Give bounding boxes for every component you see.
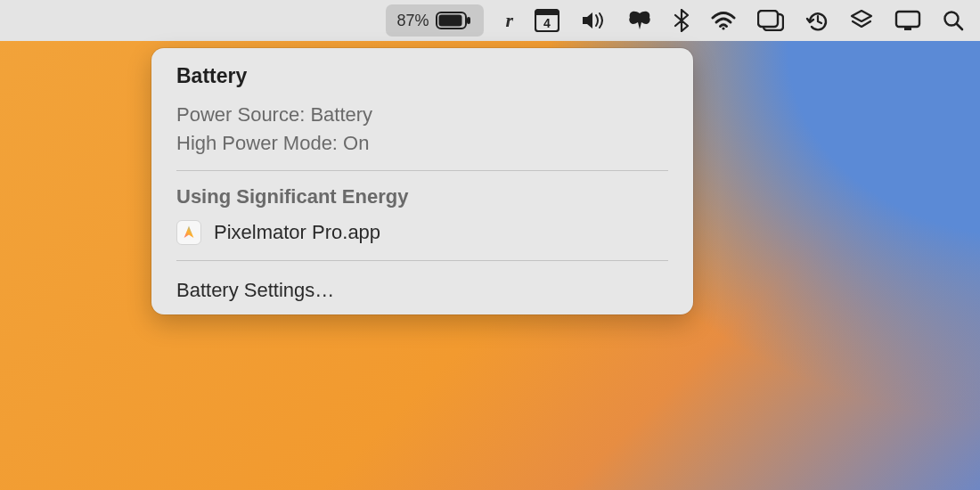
calendar-menubar-item[interactable]: 4: [535, 4, 559, 37]
battery-popover: Battery Power Source: Battery High Power…: [151, 48, 693, 314]
svg-line-12: [957, 24, 962, 29]
bluetooth-menubar-item[interactable]: [674, 4, 690, 37]
divider: [176, 260, 668, 261]
stage-manager-menubar-item[interactable]: [757, 4, 784, 37]
energy-section-title: Using Significant Energy: [151, 184, 693, 217]
search-icon: [943, 10, 964, 31]
butterfly-menubar-item[interactable]: [627, 4, 652, 37]
battery-percent-label: 87%: [396, 12, 429, 30]
speaker-icon: [581, 11, 606, 30]
app-r-menubar-item[interactable]: r: [505, 4, 513, 37]
sound-menubar-item[interactable]: [581, 4, 606, 37]
svg-rect-10: [904, 28, 911, 30]
svg-rect-4: [535, 10, 559, 15]
butterfly-icon: [627, 10, 652, 31]
display-icon: [894, 10, 921, 31]
svg-rect-8: [758, 11, 778, 27]
r-letter-icon: r: [505, 9, 513, 32]
power-mode-line: High Power Mode: On: [151, 129, 693, 158]
stack-icon: [850, 9, 873, 32]
svg-point-6: [722, 27, 724, 29]
wifi-icon: [711, 11, 736, 30]
svg-text:4: 4: [543, 16, 551, 30]
popover-title: Battery: [151, 64, 693, 88]
bluetooth-icon: [674, 9, 690, 32]
svg-rect-9: [896, 12, 919, 27]
divider: [176, 170, 668, 171]
wifi-menubar-item[interactable]: [711, 4, 736, 37]
stage-manager-icon: [757, 10, 784, 31]
pixelmator-app-icon: [176, 220, 201, 245]
svg-rect-2: [439, 15, 462, 27]
time-machine-menubar-item[interactable]: [805, 4, 829, 37]
battery-menubar-item[interactable]: 87%: [386, 4, 484, 37]
battery-icon: [436, 12, 471, 29]
time-machine-icon: [805, 9, 829, 32]
desktop-wallpaper: 87% r 4: [0, 0, 980, 490]
stack-menubar-item[interactable]: [850, 4, 873, 37]
battery-settings-link[interactable]: Battery Settings…: [151, 274, 693, 302]
svg-rect-1: [467, 17, 470, 24]
spotlight-menubar-item[interactable]: [943, 4, 964, 37]
energy-app-name: Pixelmator Pro.app: [214, 221, 380, 244]
power-source-line: Power Source: Battery: [151, 101, 693, 129]
energy-app-row[interactable]: Pixelmator Pro.app: [151, 217, 693, 248]
menubar: 87% r 4: [0, 0, 980, 41]
calendar-icon: 4: [535, 9, 559, 32]
display-menubar-item[interactable]: [894, 4, 921, 37]
